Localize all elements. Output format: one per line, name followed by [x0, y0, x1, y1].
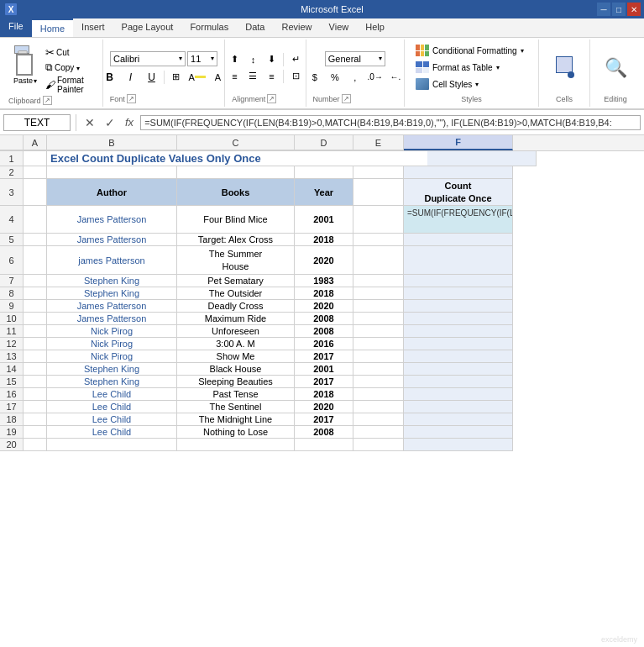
cell-c12[interactable]: 3:00 A. M	[177, 338, 295, 350]
cell-d15[interactable]: 2017	[295, 376, 353, 388]
cell-f16[interactable]	[404, 388, 513, 401]
cell-c18[interactable]: The Midnight Line	[177, 413, 295, 426]
cut-button[interactable]: ✂ Cut	[45, 46, 97, 59]
cell-f2[interactable]	[404, 166, 513, 179]
cell-c16[interactable]: Past Tense	[177, 388, 295, 401]
fill-color-button[interactable]: A	[188, 70, 207, 85]
cell-b17[interactable]: Lee Child	[47, 401, 177, 413]
name-box[interactable]	[3, 114, 71, 131]
cell-d13[interactable]: 2017	[295, 350, 353, 363]
increase-decimal-button[interactable]: .0→	[366, 70, 385, 85]
conditional-formatting-button[interactable]: Conditional Formatting ▾	[411, 43, 531, 58]
tab-help[interactable]: Help	[357, 18, 393, 37]
cell-e19[interactable]	[353, 426, 404, 439]
font-color-button[interactable]: A	[209, 70, 228, 85]
comma-button[interactable]: ,	[346, 70, 364, 85]
cell-e8[interactable]	[353, 287, 404, 300]
cell-b15[interactable]: Stephen King	[47, 376, 177, 388]
cell-b7[interactable]: Stephen King	[47, 275, 177, 287]
cell-d12[interactable]: 2016	[295, 338, 353, 350]
cell-e4[interactable]	[353, 206, 404, 234]
cell-f13[interactable]	[404, 350, 513, 363]
cell-d10[interactable]: 2008	[295, 313, 353, 325]
cell-c20[interactable]	[177, 439, 295, 451]
cell-a13[interactable]	[24, 350, 47, 363]
cell-f3[interactable]: Count Duplicate Once	[404, 179, 513, 206]
cell-c11[interactable]: Unforeseen	[177, 325, 295, 338]
cell-a8[interactable]	[24, 287, 47, 300]
cancel-formula-button[interactable]: ✕	[81, 114, 98, 131]
cell-e20[interactable]	[353, 439, 404, 451]
cell-f15[interactable]	[404, 376, 513, 388]
percent-button[interactable]: %	[326, 70, 344, 85]
border-button[interactable]: ⊞	[167, 70, 186, 85]
tab-file[interactable]: File	[0, 18, 32, 37]
bold-button[interactable]: B	[101, 70, 119, 85]
cell-b20[interactable]	[47, 439, 177, 451]
cell-b2[interactable]	[47, 166, 177, 179]
cell-d5[interactable]: 2018	[295, 234, 353, 246]
tab-page-layout[interactable]: Page Layout	[113, 18, 182, 37]
cell-e18[interactable]	[353, 413, 404, 426]
cell-a16[interactable]	[24, 388, 47, 401]
cell-c14[interactable]: Black House	[177, 363, 295, 376]
cell-e3[interactable]	[353, 179, 404, 206]
cell-d16[interactable]: 2018	[295, 388, 353, 401]
col-header-b[interactable]: B	[47, 135, 177, 150]
tab-home[interactable]: Home	[32, 18, 73, 37]
cell-a3[interactable]	[24, 179, 47, 206]
cell-c4[interactable]: Four Blind Mice	[177, 206, 295, 234]
cell-b19[interactable]: Lee Child	[47, 426, 177, 439]
cell-c15[interactable]: Sleeping Beauties	[177, 376, 295, 388]
cell-c6[interactable]: The SummerHouse	[177, 246, 295, 275]
align-middle-button[interactable]: ↕	[244, 52, 261, 67]
tab-data[interactable]: Data	[237, 18, 273, 37]
cell-a4[interactable]	[24, 206, 47, 234]
cell-d3[interactable]: Year	[295, 179, 353, 206]
cell-d14[interactable]: 2001	[295, 363, 353, 376]
cell-f11[interactable]	[404, 325, 513, 338]
align-bottom-button[interactable]: ⬇	[263, 52, 280, 67]
cell-c9[interactable]: Deadly Cross	[177, 300, 295, 313]
cell-c2[interactable]	[177, 166, 295, 179]
cell-f7[interactable]	[404, 275, 513, 287]
cells-icon[interactable]	[549, 53, 579, 83]
cell-e16[interactable]	[353, 388, 404, 401]
cell-e15[interactable]	[353, 376, 404, 388]
font-size-dropdown[interactable]: 11▾	[187, 51, 217, 66]
cell-b3[interactable]: Author	[47, 179, 177, 206]
cell-e17[interactable]	[353, 401, 404, 413]
cell-f4[interactable]: =SUM(IF( FREQUENCY(IF( LEN(B4:B19)>0, MA…	[404, 206, 513, 234]
cell-b6[interactable]: james Patterson	[47, 246, 177, 275]
cell-b16[interactable]: Lee Child	[47, 388, 177, 401]
cell-a15[interactable]	[24, 376, 47, 388]
copy-button[interactable]: ⧉ Copy ▾	[45, 61, 97, 73]
align-left-button[interactable]: ≡	[226, 69, 243, 84]
cell-d18[interactable]: 2017	[295, 413, 353, 426]
tab-view[interactable]: View	[321, 18, 358, 37]
cell-d20[interactable]	[295, 439, 353, 451]
cell-b1[interactable]: Excel Count Duplicate Values Only Once	[47, 151, 427, 166]
cell-d7[interactable]: 1983	[295, 275, 353, 287]
cell-d6[interactable]: 2020	[295, 246, 353, 275]
cell-a17[interactable]	[24, 401, 47, 413]
cell-styles-button[interactable]: Cell Styles ▾	[411, 76, 531, 92]
cell-f8[interactable]	[404, 287, 513, 300]
align-center-button[interactable]: ☰	[244, 69, 261, 84]
cell-a9[interactable]	[24, 300, 47, 313]
cell-e2[interactable]	[353, 166, 404, 179]
cell-d11[interactable]: 2008	[295, 325, 353, 338]
cell-a14[interactable]	[24, 363, 47, 376]
cell-c5[interactable]: Target: Alex Cross	[177, 234, 295, 246]
cell-a6[interactable]	[24, 246, 47, 275]
cell-a18[interactable]	[24, 413, 47, 426]
decrease-decimal-button[interactable]: ←.	[386, 70, 405, 85]
close-button[interactable]: ✕	[627, 3, 641, 16]
col-header-c[interactable]: C	[177, 135, 295, 150]
cell-e7[interactable]	[353, 275, 404, 287]
minimize-button[interactable]: ─	[597, 3, 610, 16]
cell-f17[interactable]	[404, 401, 513, 413]
cell-b18[interactable]: Lee Child	[47, 413, 177, 426]
cell-e14[interactable]	[353, 363, 404, 376]
currency-button[interactable]: $	[306, 70, 324, 85]
